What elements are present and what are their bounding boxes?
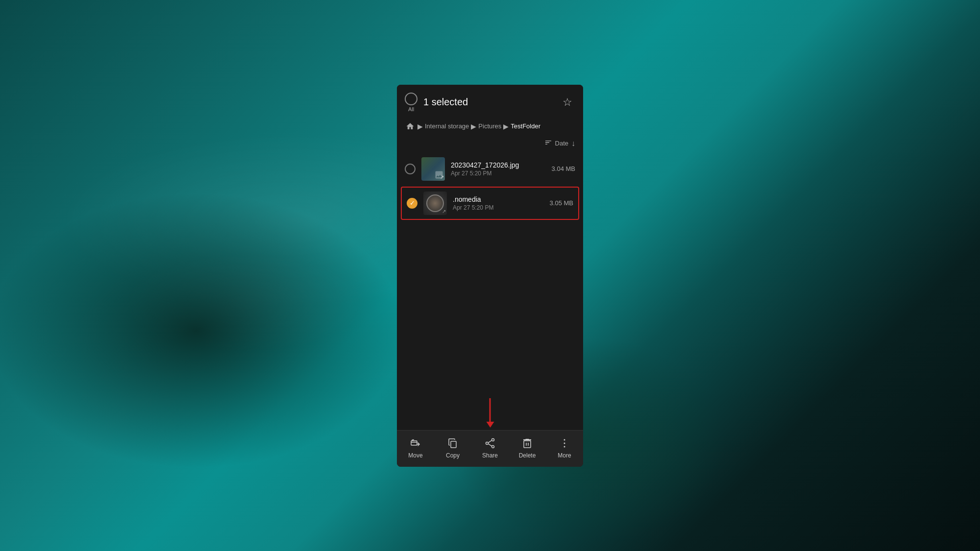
file1-name: 20230427_172026.jpg <box>451 161 546 169</box>
copy-icon <box>446 436 460 450</box>
delete-icon <box>520 436 534 450</box>
breadcrumb-arrow-2: ▶ <box>471 122 476 130</box>
copy-label: Copy <box>446 452 460 459</box>
svg-line-6 <box>488 444 491 446</box>
file2-name: .nomedia <box>453 195 544 203</box>
delete-button[interactable]: Delete <box>513 436 542 459</box>
file-list: 20230427_172026.jpg Apr 27 5:20 PM 3.04 … <box>397 152 583 430</box>
favorite-button[interactable]: ☆ <box>560 95 575 110</box>
sort-bar: Date ↓ <box>397 137 583 152</box>
breadcrumb-pictures[interactable]: Pictures <box>478 122 501 130</box>
move-button[interactable]: Move <box>401 436 430 459</box>
file1-info: 20230427_172026.jpg Apr 27 5:20 PM <box>451 161 546 177</box>
select-all-button[interactable]: All <box>405 93 417 112</box>
file-item-nomedia[interactable]: ✓ .nomedia Apr 27 5:20 PM 3.05 MB <box>401 187 579 220</box>
delete-label: Delete <box>519 452 536 459</box>
scroll-arrow-indicator <box>490 398 491 423</box>
select-all-circle-icon <box>405 93 417 105</box>
svg-point-12 <box>564 446 565 447</box>
share-icon <box>483 436 497 450</box>
svg-point-2 <box>492 438 494 441</box>
share-button[interactable]: Share <box>475 436 505 459</box>
file1-thumbnail <box>421 157 445 181</box>
breadcrumb-testfolder[interactable]: TestFolder <box>511 122 540 130</box>
move-label: Move <box>408 452 422 459</box>
file2-checkbox[interactable]: ✓ <box>407 198 417 209</box>
red-arrow-down <box>490 398 491 423</box>
breadcrumb-arrow-3: ▶ <box>503 122 509 130</box>
file-item-jpg[interactable]: 20230427_172026.jpg Apr 27 5:20 PM 3.04 … <box>397 152 583 186</box>
breadcrumb-arrow-1: ▶ <box>417 122 423 130</box>
copy-button[interactable]: Copy <box>438 436 467 459</box>
svg-point-4 <box>492 445 494 448</box>
checkmark-icon: ✓ <box>410 200 415 206</box>
svg-point-11 <box>564 442 565 444</box>
home-icon[interactable] <box>405 121 416 132</box>
more-button[interactable]: More <box>550 436 579 459</box>
select-all-label: All <box>408 106 414 112</box>
star-icon: ☆ <box>563 96 572 109</box>
svg-rect-7 <box>524 441 531 448</box>
file2-info: .nomedia Apr 27 5:20 PM <box>453 195 544 211</box>
header: All 1 selected ☆ <box>397 85 583 118</box>
breadcrumb: ▶ Internal storage ▶ Pictures ▶ TestFold… <box>397 118 583 137</box>
svg-point-10 <box>564 439 565 440</box>
svg-line-5 <box>488 440 491 443</box>
selected-count-text: 1 selected <box>423 96 468 108</box>
more-label: More <box>558 452 571 459</box>
header-left: All 1 selected <box>405 93 468 112</box>
more-icon <box>558 436 571 450</box>
file2-date: Apr 27 5:20 PM <box>453 204 544 211</box>
svg-rect-0 <box>411 441 417 445</box>
file2-thumbnail <box>423 192 447 215</box>
bottom-toolbar: Move Copy Share <box>397 430 583 467</box>
file1-checkbox[interactable] <box>405 164 416 174</box>
share-label: Share <box>482 452 498 459</box>
sort-label[interactable]: Date <box>555 140 568 147</box>
file-manager-panel: All 1 selected ☆ ▶ Internal storage ▶ Pi… <box>397 85 583 467</box>
move-icon <box>409 436 422 450</box>
sort-icon <box>544 139 552 148</box>
file1-size: 3.04 MB <box>552 165 575 172</box>
svg-rect-1 <box>451 441 456 448</box>
svg-point-3 <box>486 442 489 444</box>
sort-direction-icon[interactable]: ↓ <box>571 139 575 148</box>
file2-size: 3.05 MB <box>550 199 573 207</box>
breadcrumb-internal-storage[interactable]: Internal storage <box>425 122 469 130</box>
file1-date: Apr 27 5:20 PM <box>451 170 546 177</box>
